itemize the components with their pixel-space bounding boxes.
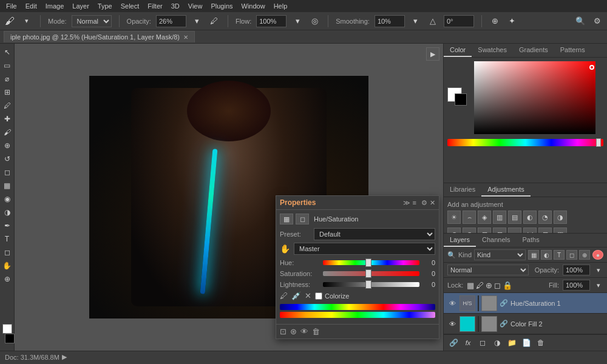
lightness-slider-container[interactable] [323, 280, 419, 289]
dodge-tool[interactable]: ◑ [1, 206, 13, 218]
props-settings-icon[interactable]: ⚙ [421, 199, 427, 207]
pen-tool[interactable]: ✒ [1, 220, 13, 232]
brush-tool[interactable]: 🖌 [1, 126, 13, 138]
play-button[interactable]: ▶ [426, 47, 439, 61]
layer-mask-btn[interactable]: ◻ [476, 337, 489, 349]
props-link-button[interactable]: ⊛ [290, 327, 297, 336]
adj-posterize-btn[interactable]: ≡ [508, 228, 521, 234]
brush-pressure-icon[interactable]: 🖊 [208, 15, 220, 27]
adj-photofilter-btn[interactable]: ⊗ [447, 228, 461, 234]
tab-libraries[interactable]: Libraries [444, 183, 481, 197]
fill-input[interactable] [563, 280, 590, 291]
clone-tool[interactable]: ⊕ [1, 140, 13, 152]
selection-tool[interactable]: ▭ [1, 59, 13, 72]
filter-pixel-btn[interactable]: ▦ [528, 250, 539, 260]
type-tool[interactable]: T [1, 233, 13, 245]
menu-file[interactable]: File [2, 1, 21, 11]
hand-tool[interactable]: ✋ [1, 260, 13, 272]
menu-view[interactable]: View [185, 1, 206, 11]
canvas-tab[interactable]: iple photo.jpg @ 12.5% (Hue/Saturation 1… [4, 31, 195, 42]
hue-slider-container[interactable] [323, 258, 419, 267]
layer-adjustment-btn[interactable]: ◑ [491, 337, 503, 349]
menu-filter[interactable]: Filter [144, 1, 166, 11]
flow-options-icon[interactable]: ▾ [291, 15, 304, 27]
adj-brightness-btn[interactable]: ☀ [447, 211, 461, 224]
history-tool[interactable]: ↺ [1, 153, 13, 165]
adj-exposure-btn[interactable]: ◈ [478, 211, 491, 224]
layer-item-hue[interactable]: 👁 H/S 🔗 Hue/Saturation 1 [444, 293, 607, 314]
pressure-icon[interactable]: ⊕ [489, 15, 501, 27]
props-type-icon2[interactable]: ◻ [296, 214, 309, 224]
filter-toggle-btn[interactable]: ● [592, 250, 603, 260]
zoom-tool[interactable]: ⊕ [1, 273, 13, 285]
filter-adjustment-btn[interactable]: ◐ [541, 250, 552, 260]
move-tool[interactable]: ↖ [1, 46, 13, 58]
background-swatch[interactable] [455, 93, 467, 106]
lock-transparent-btn[interactable]: ▦ [467, 281, 474, 290]
tab-layers[interactable]: Layers [444, 234, 476, 247]
tab-close-icon[interactable]: ✕ [183, 34, 188, 41]
props-type-icon1[interactable]: ▦ [280, 214, 293, 224]
tab-adjustments[interactable]: Adjustments [481, 183, 531, 197]
kind-select[interactable]: Kind [474, 249, 526, 260]
saturation-slider-container[interactable] [323, 269, 419, 278]
menu-select[interactable]: Select [117, 1, 143, 11]
adj-colorlookup-btn[interactable]: ⊞ [478, 228, 491, 234]
foreground-color[interactable] [2, 324, 12, 334]
adj-colorbalance-btn[interactable]: ◔ [538, 211, 552, 224]
remove-color-icon[interactable]: ✕ [305, 291, 311, 300]
menu-plugins[interactable]: Plugins [207, 1, 236, 11]
layer-effects-btn[interactable]: fx [462, 337, 474, 349]
layer-delete-btn[interactable]: 🗑 [535, 337, 547, 349]
layer-vis-colorfill[interactable]: 👁 [447, 319, 457, 329]
tab-patterns[interactable]: Patterns [554, 44, 591, 57]
eraser-tool[interactable]: ◻ [1, 166, 13, 178]
gradient-tool[interactable]: ▦ [1, 180, 13, 192]
sample-color2-icon[interactable]: 💉 [291, 291, 301, 300]
lock-position-btn[interactable]: ⊕ [486, 281, 492, 290]
adj-channelmixer-btn[interactable]: ⊕ [463, 228, 476, 234]
colorize-checkbox[interactable] [315, 292, 322, 300]
tab-gradients[interactable]: Gradients [513, 44, 554, 57]
eyedropper-tool[interactable]: 🖊 [1, 99, 13, 112]
tab-channels[interactable]: Channels [476, 234, 516, 247]
opacity-options-icon[interactable]: ▾ [191, 15, 203, 27]
tab-swatches[interactable]: Swatches [472, 44, 513, 57]
saturation-thumb[interactable] [365, 269, 371, 278]
layer-vis-hue[interactable]: 👁 [447, 298, 457, 308]
menu-3d[interactable]: 3D [168, 1, 183, 11]
flow-input[interactable] [256, 15, 287, 27]
layer-item-colorfill[interactable]: 👁 🔗 Color Fill 2 [444, 314, 607, 334]
props-eye-button[interactable]: 👁 [300, 327, 308, 336]
filter-smartobject-btn[interactable]: ⊕ [579, 250, 590, 260]
blend-mode-select[interactable]: Normal [447, 265, 529, 275]
blur-tool[interactable]: ◉ [1, 193, 13, 205]
shape-tool[interactable]: ◻ [1, 246, 13, 258]
hue-slider[interactable] [323, 260, 419, 265]
adj-vibrance-btn[interactable]: ▤ [508, 211, 521, 224]
channel-select[interactable]: Master [294, 243, 435, 255]
opacity-input[interactable] [156, 15, 186, 27]
adj-bw-btn[interactable]: ◑ [554, 211, 567, 224]
preset-select[interactable]: Default [314, 228, 435, 240]
workspace-icon[interactable]: ⚙ [591, 15, 603, 27]
airbrush-icon[interactable]: ◎ [308, 15, 320, 27]
fill-arrow[interactable]: ▾ [594, 281, 603, 289]
adj-curves-btn[interactable]: ⌢ [463, 211, 476, 224]
menu-help[interactable]: Help [270, 1, 291, 11]
filter-shape-btn[interactable]: ◻ [566, 250, 577, 260]
angle-input[interactable] [444, 15, 474, 27]
lock-image-btn[interactable]: 🖊 [476, 281, 484, 290]
layer-folder-btn[interactable]: 📁 [506, 337, 518, 349]
lock-artboard-btn[interactable]: ◻ [494, 281, 501, 290]
healing-tool[interactable]: ✚ [1, 113, 13, 125]
lasso-tool[interactable]: ⌀ [1, 73, 13, 85]
lock-all-btn[interactable]: 🔒 [503, 281, 512, 290]
adj-invert-btn[interactable]: ⊠ [493, 228, 506, 234]
saturation-slider[interactable] [323, 271, 419, 276]
filter-type-btn[interactable]: T [554, 250, 565, 260]
opacity-arrow[interactable]: ▾ [594, 266, 603, 274]
menu-image[interactable]: Image [42, 1, 68, 11]
sample-color-icon[interactable]: 🖊 [280, 291, 288, 300]
status-arrow[interactable]: ▶ [62, 353, 67, 361]
